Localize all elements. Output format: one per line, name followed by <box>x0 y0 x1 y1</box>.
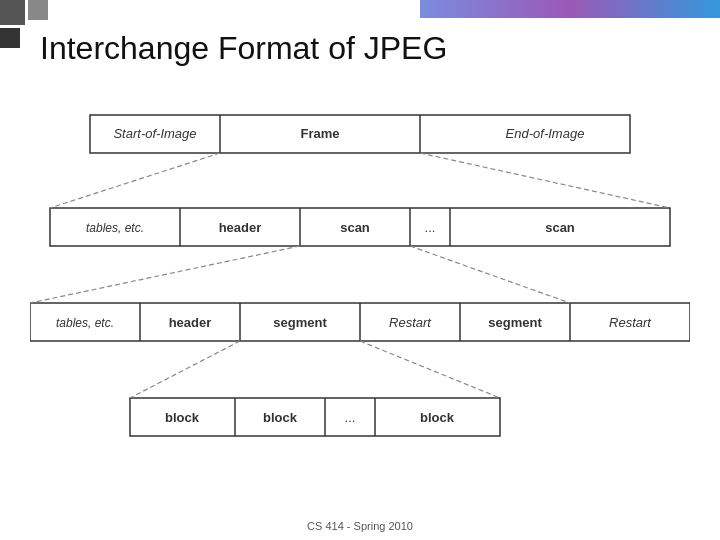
svg-text:block: block <box>420 410 455 425</box>
svg-line-20 <box>30 246 300 303</box>
svg-text:scan: scan <box>545 220 575 235</box>
svg-text:Start-of-Image: Start-of-Image <box>113 126 196 141</box>
svg-text:tables, etc.: tables, etc. <box>56 316 114 330</box>
svg-text:tables, etc.: tables, etc. <box>86 221 144 235</box>
svg-line-23 <box>360 341 500 398</box>
svg-text:block: block <box>263 410 298 425</box>
svg-text:End-of-Image: End-of-Image <box>506 126 585 141</box>
svg-line-19 <box>420 153 670 208</box>
svg-text:segment: segment <box>488 315 542 330</box>
connectors-svg: Start-of-Image Frame End-of-Image tables… <box>30 100 690 500</box>
diagram-container: Start-of-Image Frame End-of-Image tables… <box>30 100 690 500</box>
svg-text:Frame: Frame <box>300 126 339 141</box>
svg-text:header: header <box>219 220 262 235</box>
svg-text:...: ... <box>425 220 436 235</box>
svg-line-21 <box>410 246 570 303</box>
svg-text:...: ... <box>345 410 356 425</box>
svg-rect-8 <box>30 303 690 341</box>
svg-rect-0 <box>90 115 630 153</box>
svg-line-18 <box>50 153 220 208</box>
header-bar <box>420 0 720 18</box>
svg-text:header: header <box>169 315 212 330</box>
svg-text:scan: scan <box>340 220 370 235</box>
svg-line-22 <box>130 341 240 398</box>
footer-text: CS 414 - Spring 2010 <box>307 520 413 532</box>
svg-text:Restart: Restart <box>389 315 432 330</box>
svg-text:block: block <box>165 410 200 425</box>
svg-rect-3 <box>50 208 670 246</box>
page-title: Interchange Format of JPEG <box>40 30 447 67</box>
svg-rect-14 <box>130 398 500 436</box>
svg-text:Restart: Restart <box>609 315 652 330</box>
svg-text:segment: segment <box>273 315 327 330</box>
